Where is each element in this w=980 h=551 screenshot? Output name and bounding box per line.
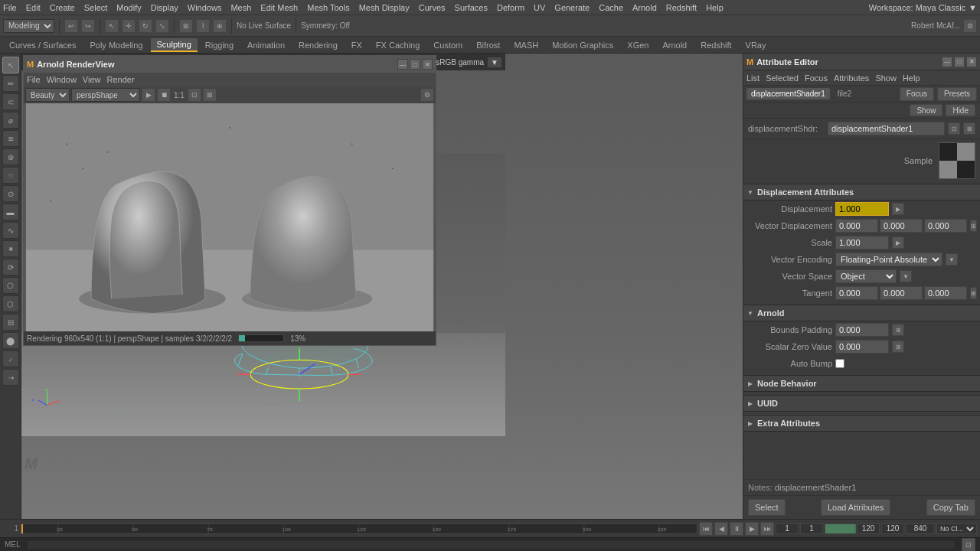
end-frame-input[interactable] — [857, 523, 880, 534]
menu-file[interactable]: File — [3, 3, 17, 12]
vec-disp-x[interactable] — [835, 219, 878, 233]
menu-edit-mesh[interactable]: Edit Mesh — [260, 3, 298, 12]
shader-tab-1[interactable]: displacementShader1 — [746, 88, 830, 99]
extra-attrs-header[interactable]: ▶ Extra Attributes — [743, 415, 980, 432]
tab-arnold[interactable]: Arnold — [656, 39, 693, 51]
vector-encoding-select[interactable]: Floating-Point Absolute Floating-Point S… — [835, 253, 942, 266]
menu-modify[interactable]: Modify — [116, 3, 141, 12]
start-frame-input[interactable] — [800, 523, 823, 534]
timeline-bar[interactable]: 25 50 75 100 125 150 175 200 225 — [20, 523, 697, 534]
tab-fx-caching[interactable]: FX Caching — [370, 39, 426, 51]
grab-btn[interactable]: ☜ — [2, 167, 19, 184]
pinch-btn[interactable]: ⊙ — [2, 185, 19, 202]
menu-edit[interactable]: Edit — [26, 3, 41, 12]
render-settings-icon[interactable]: ⚙ — [963, 19, 977, 33]
knife-btn[interactable]: ⌿ — [2, 350, 19, 367]
tab-custom[interactable]: Custom — [427, 39, 469, 51]
window-close-btn[interactable]: ✕ — [422, 59, 433, 70]
tab-curves-surfaces[interactable]: Curves / Surfaces — [3, 39, 82, 51]
attr-menu-list[interactable]: List — [746, 73, 760, 83]
wax-btn[interactable]: ⬡ — [2, 295, 19, 312]
shader-icon-btn[interactable]: ⊡ — [948, 122, 960, 135]
menu-select[interactable]: Select — [84, 3, 108, 12]
render-menu-file[interactable]: File — [27, 75, 41, 84]
window-restore-btn[interactable]: □ — [410, 59, 420, 70]
snap-grid-icon[interactable]: ⊞ — [179, 19, 193, 33]
tab-rigging[interactable]: Rigging — [199, 39, 240, 51]
render-settings-icon[interactable]: ⚙ — [420, 88, 434, 102]
paint-tool-btn[interactable]: ✏ — [2, 75, 19, 92]
select-btn[interactable]: Select — [748, 499, 786, 516]
scrape-btn[interactable]: ⊟ — [2, 314, 19, 331]
max-frame-input[interactable] — [906, 523, 935, 534]
tangent-connect-icon[interactable]: ⊞ — [970, 287, 977, 299]
presets-btn[interactable]: Presets — [937, 87, 977, 101]
vec-enc-dropdown-icon[interactable]: ▼ — [946, 253, 958, 266]
attr-restore-btn[interactable]: □ — [954, 57, 965, 67]
flatten-btn[interactable]: ▬ — [2, 204, 19, 220]
smear-btn[interactable]: ⇢ — [2, 369, 19, 386]
play-back-btn[interactable]: ◀ — [714, 522, 728, 536]
menu-mesh[interactable]: Mesh — [230, 3, 251, 12]
attr-menu-focus[interactable]: Focus — [805, 73, 828, 83]
menu-mesh-tools[interactable]: Mesh Tools — [307, 3, 349, 12]
menu-create[interactable]: Create — [50, 3, 75, 12]
arnold-section-header[interactable]: ▼ Arnold — [743, 305, 980, 321]
render-menu-render[interactable]: Render — [107, 75, 135, 84]
imprint-btn[interactable]: ⎔ — [2, 277, 19, 294]
script-editor-icon[interactable]: ⊡ — [962, 538, 975, 552]
menu-arnold[interactable]: Arnold — [632, 3, 657, 12]
undo-icon[interactable]: ↩ — [64, 19, 78, 33]
stop-btn[interactable]: ⏸ — [730, 522, 743, 536]
scale-tool-icon[interactable]: ⤡ — [155, 19, 169, 33]
shader-connect-btn[interactable]: ⊠ — [963, 122, 975, 135]
tangent-x[interactable] — [835, 286, 878, 300]
menu-uv[interactable]: UV — [534, 3, 545, 12]
menu-cache[interactable]: Cache — [599, 3, 623, 12]
scalar-zero-icon[interactable]: ⊞ — [892, 341, 904, 353]
fill-btn[interactable]: ⬤ — [2, 332, 19, 349]
menu-help[interactable]: Help — [706, 3, 724, 12]
snap-curve-icon[interactable]: ⌇ — [196, 19, 210, 33]
shader-name-input[interactable] — [828, 122, 945, 135]
bounds-padding-input[interactable] — [835, 323, 889, 337]
menu-surfaces[interactable]: Surfaces — [455, 3, 488, 12]
rotate-tool-icon[interactable]: ↻ — [139, 19, 152, 33]
frame-range-bar[interactable] — [825, 523, 855, 534]
play-back-start-btn[interactable]: ⏮ — [699, 522, 713, 536]
sculpt-btn[interactable]: ⌀ — [2, 112, 19, 129]
render-fit-icon[interactable]: ⊡ — [188, 88, 201, 102]
snap-point-icon[interactable]: ⊕ — [213, 19, 227, 33]
repeat-btn[interactable]: ⟳ — [2, 259, 19, 276]
menu-mesh-display[interactable]: Mesh Display — [359, 3, 410, 12]
relax-btn[interactable]: ⊛ — [2, 148, 19, 165]
attr-close-btn[interactable]: ✕ — [966, 57, 977, 67]
smooth-btn[interactable]: ≋ — [2, 130, 19, 147]
lasso-btn[interactable]: ⊂ — [2, 93, 19, 110]
render-region-icon[interactable]: ⊠ — [203, 88, 217, 102]
tangent-z[interactable] — [924, 286, 967, 300]
load-attributes-btn[interactable]: Load Attributes — [821, 499, 890, 516]
menu-redshift[interactable]: Redshift — [666, 3, 697, 12]
render-camera-select[interactable]: perspShape — [71, 88, 140, 102]
displacement-section-header[interactable]: ▼ Displacement Attributes — [743, 184, 980, 201]
menu-curves[interactable]: Curves — [419, 3, 446, 12]
hide-btn[interactable]: Hide — [946, 104, 975, 116]
tab-rendering[interactable]: Rendering — [292, 39, 344, 51]
tangent-y[interactable] — [880, 286, 923, 300]
attr-minimize-btn[interactable]: — — [942, 57, 952, 67]
window-minimize-btn[interactable]: — — [397, 59, 408, 70]
move-tool-icon[interactable]: ✛ — [122, 19, 136, 33]
shader-tab-2[interactable]: file2 — [833, 88, 856, 99]
playback-speed-select[interactable]: No Cl... — [936, 523, 977, 534]
scale-connect-icon[interactable]: ▶ — [892, 236, 904, 249]
mode-selector[interactable]: Modeling — [3, 19, 54, 33]
vec-disp-connect-icon[interactable]: ⊞ — [970, 220, 977, 232]
auto-bump-checkbox[interactable] — [835, 359, 844, 368]
menu-generate[interactable]: Generate — [554, 3, 590, 12]
select-mode-btn[interactable]: ↖ — [2, 57, 19, 73]
attr-scroll-area[interactable]: ▼ Displacement Attributes Displacement ▶… — [743, 182, 980, 479]
attr-menu-help[interactable]: Help — [903, 73, 920, 83]
tab-sculpting[interactable]: Sculpting — [151, 38, 198, 52]
foamy-btn[interactable]: ∿ — [2, 222, 19, 239]
